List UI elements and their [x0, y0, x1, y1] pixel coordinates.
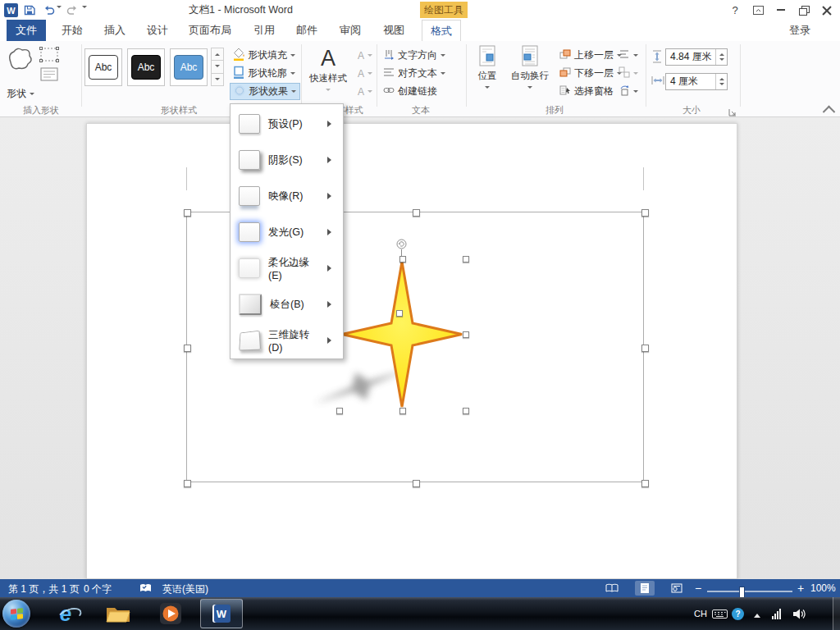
- submenu-arrow-icon: [327, 193, 335, 199]
- sign-in-link[interactable]: 登录: [779, 20, 820, 41]
- shape-width-icon: [651, 75, 664, 89]
- zoom-out-button[interactable]: −: [695, 582, 701, 595]
- zoom-level[interactable]: 100%: [810, 582, 836, 594]
- star-handle-ne[interactable]: [463, 256, 469, 262]
- shape-outline-button[interactable]: 形状轮廓: [230, 65, 300, 82]
- text-direction-button[interactable]: 文字方向: [380, 47, 449, 64]
- create-link-button[interactable]: 创建链接: [380, 83, 441, 100]
- volume-icon[interactable]: [792, 597, 806, 630]
- canvas-handle-s[interactable]: [413, 480, 420, 487]
- canvas-handle-se[interactable]: [641, 480, 649, 487]
- position-button[interactable]: 位置: [469, 45, 505, 99]
- position-icon: [478, 45, 496, 68]
- rotate-objects-button[interactable]: [615, 83, 641, 100]
- shape-width-input[interactable]: 4 厘米: [665, 73, 728, 90]
- restore-button[interactable]: [792, 0, 815, 20]
- star-handle-n[interactable]: [399, 256, 406, 262]
- canvas-handle-w[interactable]: [184, 345, 191, 352]
- tab-references[interactable]: 引用: [246, 20, 282, 41]
- star-handle-e[interactable]: [463, 331, 469, 338]
- save-icon[interactable]: [23, 3, 36, 16]
- show-hidden-icons-button[interactable]: [754, 597, 760, 630]
- language-help-icon[interactable]: ?: [732, 597, 744, 630]
- menu-item-bevel[interactable]: 棱台(B): [232, 286, 341, 322]
- close-button[interactable]: [815, 0, 838, 20]
- shape-style-preview-3[interactable]: Abc: [170, 48, 208, 86]
- align-text-button[interactable]: 对齐文本: [380, 65, 449, 82]
- language-indicator[interactable]: 英语(美国): [162, 582, 208, 596]
- size-dialog-launcher[interactable]: [728, 106, 738, 116]
- menu-item-reflection[interactable]: 映像(R): [232, 178, 341, 214]
- shape-style-preview-1[interactable]: Abc: [84, 48, 122, 86]
- canvas-handle-nw[interactable]: [184, 209, 191, 217]
- star-handle-se[interactable]: [463, 408, 469, 414]
- zoom-slider-track[interactable]: [707, 591, 792, 592]
- read-mode-button[interactable]: [602, 581, 622, 596]
- tab-review[interactable]: 审阅: [332, 20, 368, 41]
- word-count[interactable]: 0 个字: [84, 582, 112, 596]
- shape-fill-button[interactable]: 形状填充: [230, 47, 300, 64]
- preset-icon: [239, 114, 260, 134]
- canvas-handle-n[interactable]: [413, 209, 420, 217]
- tab-file[interactable]: 文件: [7, 20, 46, 41]
- tab-home[interactable]: 开始: [54, 20, 90, 41]
- height-steppers[interactable]: [715, 49, 727, 65]
- width-steppers[interactable]: [715, 74, 727, 89]
- menu-item-preset[interactable]: 预设(P): [232, 106, 341, 142]
- shape-effects-button[interactable]: 形状效果: [230, 83, 300, 100]
- menu-item-shadow[interactable]: 阴影(S): [232, 142, 341, 178]
- ribbon-display-options-icon[interactable]: [746, 0, 769, 20]
- menu-item-soft-edges[interactable]: 柔化边缘(E): [232, 250, 341, 286]
- keyboard-icon[interactable]: [712, 597, 728, 630]
- media-player-icon[interactable]: [156, 600, 185, 627]
- tab-format[interactable]: 格式: [422, 20, 461, 41]
- draw-text-box-icon[interactable]: [39, 66, 59, 86]
- style-preview-text: Abc: [131, 55, 161, 80]
- proofing-status-icon[interactable]: [139, 582, 152, 596]
- gallery-scroll-down[interactable]: [211, 60, 224, 73]
- word-app-icon[interactable]: W: [4, 3, 18, 17]
- tab-mailings[interactable]: 邮件: [289, 20, 325, 41]
- zoom-slider-thumb[interactable]: [739, 587, 745, 598]
- start-button[interactable]: [2, 600, 30, 628]
- selection-pane-button[interactable]: 选择窗格: [556, 83, 617, 100]
- input-method-indicator[interactable]: CH: [694, 597, 707, 630]
- shapes-gallery-icon[interactable]: [5, 45, 34, 76]
- tab-insert[interactable]: 插入: [97, 20, 133, 41]
- shape-style-preview-2[interactable]: Abc: [127, 48, 165, 86]
- menu-item-3d-rotation[interactable]: 三维旋转(D): [232, 322, 341, 358]
- undo-icon[interactable]: [43, 3, 56, 16]
- help-button[interactable]: ?: [724, 0, 746, 20]
- shape-height-input[interactable]: 4.84 厘米: [665, 48, 728, 66]
- file-explorer-icon[interactable]: [103, 600, 133, 627]
- rotation-handle[interactable]: [396, 239, 407, 249]
- page-indicator[interactable]: 第 1 页，共 1 页: [8, 582, 80, 596]
- four-point-star-shape[interactable]: [339, 258, 465, 410]
- network-icon[interactable]: [772, 597, 781, 630]
- star-handle-sw[interactable]: [336, 408, 343, 414]
- send-backward-label: 下移一层: [574, 66, 614, 80]
- star-handle-s[interactable]: [399, 408, 406, 414]
- collapse-ribbon-button[interactable]: [822, 103, 835, 115]
- edit-shape-icon[interactable]: [39, 47, 59, 66]
- menu-item-glow[interactable]: 发光(G): [232, 214, 341, 250]
- internet-explorer-icon[interactable]: e: [51, 600, 80, 627]
- canvas-handle-sw[interactable]: [184, 480, 191, 487]
- tab-design[interactable]: 设计: [139, 20, 176, 41]
- canvas-handle-e[interactable]: [641, 345, 649, 352]
- tab-page-layout[interactable]: 页面布局: [182, 20, 238, 41]
- show-desktop-button[interactable]: [833, 597, 840, 630]
- zoom-in-button[interactable]: +: [797, 582, 804, 595]
- edit-shape-button[interactable]: 形状: [3, 85, 38, 103]
- star-adjust-handle[interactable]: [396, 310, 403, 317]
- web-layout-button[interactable]: [667, 581, 687, 596]
- align-objects-button[interactable]: [615, 47, 641, 64]
- minimize-button[interactable]: [769, 0, 792, 20]
- tab-view[interactable]: 视图: [376, 20, 412, 41]
- word-taskbar-button[interactable]: W: [200, 599, 243, 628]
- gallery-more-button[interactable]: [211, 73, 224, 86]
- gallery-scroll-up[interactable]: [211, 48, 224, 61]
- print-layout-button[interactable]: [635, 581, 655, 596]
- canvas-handle-ne[interactable]: [641, 209, 649, 217]
- wrap-text-button[interactable]: 自动换行: [507, 45, 553, 99]
